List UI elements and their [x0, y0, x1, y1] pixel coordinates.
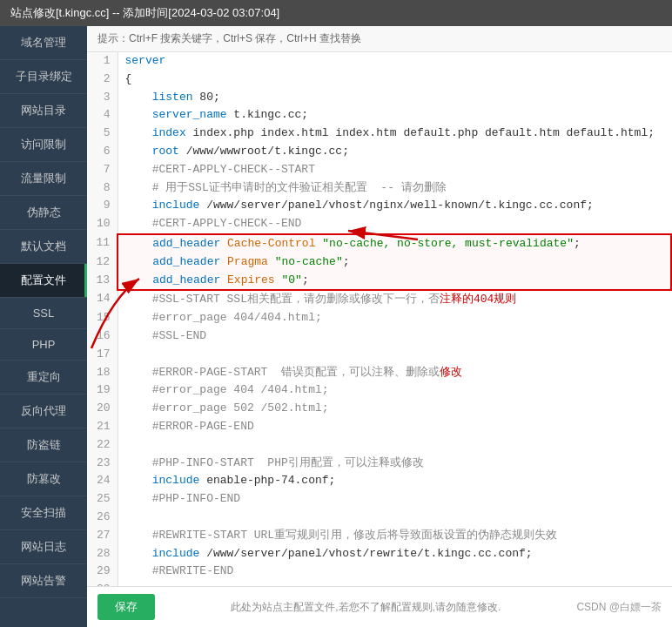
table-row: 17 — [87, 346, 671, 364]
line-num: 10 — [87, 215, 118, 234]
table-row: 23 #PHP-INFO-START PHP引用配置，可以注释或修改 — [87, 455, 671, 473]
table-row: 24 include enable-php-74.conf; — [87, 472, 671, 490]
line-code: #error_page 404/404.html; — [118, 309, 671, 327]
line-code: add_header Cache-Control "no-cache, no-s… — [118, 234, 671, 253]
line-code: listen 80; — [118, 89, 671, 107]
hint-bar: 提示：Ctrl+F 搜索关键字，Ctrl+S 保存，Ctrl+H 查找替换 — [87, 26, 672, 52]
line-num: 17 — [87, 346, 118, 364]
table-row: 19 #error_page 404 /404.html; — [87, 381, 671, 400]
sidebar-item-domain[interactable]: 域名管理 — [0, 26, 87, 60]
sidebar-item-alert[interactable]: 网站告警 — [0, 564, 87, 598]
footer-hint: 此处为站点主配置文件,若您不了解配置规则,请勿随意修改. — [231, 600, 501, 615]
table-row: 1 server — [87, 52, 671, 71]
table-row: 25 #PHP-INFO-END — [87, 490, 671, 509]
table-row: 27 #REWRITE-START URL重写规则引用，修改后将导致面板设置的伪… — [87, 527, 671, 545]
sidebar-item-proxy[interactable]: 反向代理 — [0, 394, 87, 428]
line-code: root /www/wwwroot/t.kingc.cc; — [118, 143, 671, 161]
sidebar-item-traffic[interactable]: 流量限制 — [0, 162, 87, 196]
table-row: 21 #ERROR-PAGE-END — [87, 418, 671, 436]
sidebar-item-redirect[interactable]: 重定向 — [0, 361, 87, 394]
line-num: 24 — [87, 472, 118, 490]
line-num: 26 — [87, 509, 118, 527]
content-area: 提示：Ctrl+F 搜索关键字，Ctrl+S 保存，Ctrl+H 查找替换 1 … — [87, 26, 672, 627]
table-row: 4 server_name t.kingc.cc; — [87, 106, 671, 125]
table-row: 26 — [87, 509, 671, 527]
sidebar-item-php[interactable]: PHP — [0, 329, 87, 361]
line-num: 18 — [87, 364, 118, 382]
table-row: 22 — [87, 436, 671, 455]
table-row: 18 #ERROR-PAGE-START 错误页配置，可以注释、删除或修改 — [87, 364, 671, 382]
line-code: #ERROR-PAGE-END — [118, 418, 671, 436]
line-num: 19 — [87, 381, 118, 400]
line-code: #ERROR-PAGE-START 错误页配置，可以注释、删除或修改 — [118, 364, 671, 382]
table-row: 15 #error_page 404/404.html; — [87, 309, 671, 327]
sidebar-item-webdir[interactable]: 网站目录 — [0, 94, 87, 128]
line-num: 23 — [87, 455, 118, 473]
table-row-highlight: 12 add_header Pragma "no-cache"; — [87, 253, 671, 272]
line-code: #REWRITE-START URL重写规则引用，修改后将导致面板设置的伪静态规… — [118, 527, 671, 545]
sidebar-item-ssl[interactable]: SSL — [0, 298, 87, 329]
save-button[interactable]: 保存 — [97, 594, 155, 620]
sidebar-item-tamper[interactable]: 防篡改 — [0, 462, 87, 496]
line-code: include /www/server/panel/vhost/rewrite/… — [118, 545, 671, 563]
table-row: 29 #REWRITE-END — [87, 563, 671, 581]
line-num: 22 — [87, 436, 118, 455]
line-code — [118, 509, 671, 527]
line-code — [118, 581, 671, 586]
line-num: 28 — [87, 545, 118, 563]
title-text: 站点修改[t.kingc.cc] -- 添加时间[2024-03-02 03:0… — [10, 5, 279, 21]
table-row: 6 root /www/wwwroot/t.kingc.cc; — [87, 143, 671, 161]
line-code: #error_page 404 /404.html; — [118, 381, 671, 400]
line-num: 11 — [87, 234, 118, 253]
table-row: 7 #CERT-APPLY-CHECK--START — [87, 161, 671, 179]
line-code: server_name t.kingc.cc; — [118, 106, 671, 125]
line-code — [118, 436, 671, 455]
hint-text: 提示：Ctrl+F 搜索关键字，Ctrl+S 保存，Ctrl+H 查找替换 — [97, 32, 361, 44]
sidebar-item-rewrite[interactable]: 伪静态 — [0, 196, 87, 230]
line-num: 30 — [87, 581, 118, 586]
sidebar-item-config[interactable]: 配置文件 — [0, 264, 87, 298]
line-code: #PHP-INFO-START PHP引用配置，可以注释或修改 — [118, 455, 671, 473]
sidebar-item-scan[interactable]: 安全扫描 — [0, 496, 87, 530]
line-num: 13 — [87, 272, 118, 291]
line-num: 12 — [87, 253, 118, 272]
table-row: 20 #error_page 502 /502.html; — [87, 400, 671, 418]
table-row-highlight: 11 add_header Cache-Control "no-cache, n… — [87, 234, 671, 253]
line-code: add_header Pragma "no-cache"; — [118, 253, 671, 272]
line-num: 29 — [87, 563, 118, 581]
line-num: 8 — [87, 179, 118, 198]
editor-wrapper[interactable]: 1 server 2 { 3 listen 80; 4 server_name … — [87, 52, 672, 586]
line-code: #PHP-INFO-END — [118, 490, 671, 509]
line-num: 9 — [87, 197, 118, 215]
table-row: 5 index index.php index.html index.htm d… — [87, 125, 671, 143]
table-row: 8 # 用于SSL证书申请时的文件验证相关配置 -- 请勿删除 — [87, 179, 671, 198]
sidebar-item-subdir[interactable]: 子目录绑定 — [0, 60, 87, 94]
line-num: 1 — [87, 52, 118, 71]
sidebar-item-access[interactable]: 访问限制 — [0, 128, 87, 162]
line-code — [118, 346, 671, 364]
table-row-highlight: 13 add_header Expires "0"; — [87, 272, 671, 291]
line-num: 5 — [87, 125, 118, 143]
watermark: CSDN @白嫖一茶 — [576, 600, 662, 615]
title-bar: 站点修改[t.kingc.cc] -- 添加时间[2024-03-02 03:0… — [0, 0, 672, 26]
line-code: #CERT-APPLY-CHECK--END — [118, 215, 671, 234]
sidebar-item-hotlink[interactable]: 防盗链 — [0, 428, 87, 462]
line-num: 16 — [87, 327, 118, 346]
table-row: 28 include /www/server/panel/vhost/rewri… — [87, 545, 671, 563]
sidebar-item-default-doc[interactable]: 默认文档 — [0, 230, 87, 264]
line-num: 20 — [87, 400, 118, 418]
line-code: include enable-php-74.conf; — [118, 472, 671, 490]
line-num: 4 — [87, 106, 118, 125]
line-code: #error_page 502 /502.html; — [118, 400, 671, 418]
line-code: include /www/server/panel/vhost/nginx/we… — [118, 197, 671, 215]
line-code: index index.php index.html index.htm def… — [118, 125, 671, 143]
line-num: 21 — [87, 418, 118, 436]
line-code: #SSL-END — [118, 327, 671, 346]
sidebar-item-log[interactable]: 网站日志 — [0, 530, 87, 564]
line-code: { — [118, 71, 671, 89]
line-code: #SSL-START SSL相关配置，请勿删除或修改下一行，否注释的404规则 — [118, 290, 671, 309]
line-code: #REWRITE-END — [118, 563, 671, 581]
line-num: 15 — [87, 309, 118, 327]
line-num: 2 — [87, 71, 118, 89]
line-num: 7 — [87, 161, 118, 179]
